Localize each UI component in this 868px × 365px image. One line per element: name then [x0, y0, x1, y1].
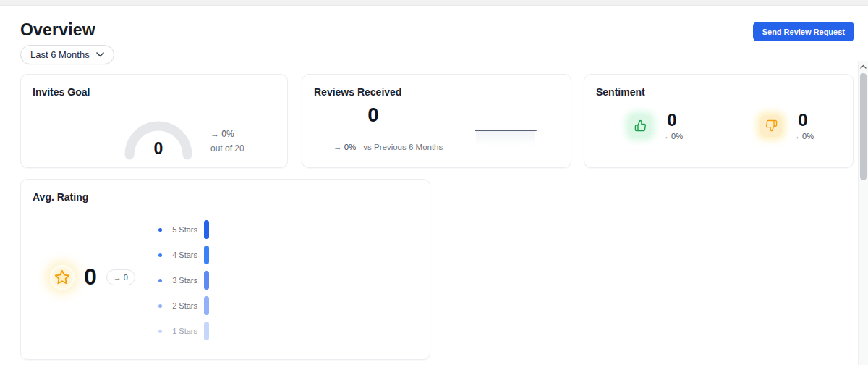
sentiment-positive-change: → 0% — [661, 132, 683, 140]
invites-goal-change: → 0% — [210, 129, 244, 139]
rating-bar — [204, 271, 209, 290]
legend-dot-icon — [158, 228, 162, 232]
rating-row-4-stars: 4 Stars — [158, 246, 209, 264]
chevron-down-icon — [96, 52, 104, 57]
sentiment-positive-value: 0 — [667, 111, 676, 130]
avg-rating-change-badge: → 0 — [106, 269, 135, 285]
rating-breakdown-chart: 5 Stars 4 Stars 3 Stars 2 Stars 1 Stars — [158, 220, 209, 347]
invites-goal-target: out of 20 — [210, 143, 244, 154]
legend-dot-icon — [158, 253, 162, 257]
rating-label: 3 Stars — [167, 276, 197, 285]
rating-label: 1 Stars — [167, 327, 197, 335]
send-review-request-button[interactable]: Send Review Request — [753, 22, 854, 41]
legend-dot-icon — [158, 279, 162, 282]
top-strip — [0, 0, 868, 6]
reviews-sparkline-chart — [475, 130, 537, 146]
rating-bar — [204, 246, 209, 264]
invites-goal-gauge: 0 — [122, 117, 195, 160]
legend-dot-icon — [158, 304, 162, 308]
avg-rating-card: Avg. Rating 0 → 0 5 Stars 4 Stars — [20, 179, 430, 360]
sentiment-negative-group: 0 → 0% — [760, 111, 814, 140]
date-range-filter[interactable]: Last 6 Months — [20, 45, 114, 64]
sentiment-positive-stats: 0 → 0% — [661, 111, 683, 140]
rating-bar — [204, 220, 209, 239]
scroll-up-button[interactable] — [859, 61, 868, 72]
sentiment-negative-stats: 0 → 0% — [792, 111, 814, 140]
legend-dot-icon — [158, 330, 162, 333]
sentiment-title: Sentiment — [596, 86, 645, 98]
thumbs-up-icon — [629, 115, 651, 137]
sentiment-positive-group: 0 → 0% — [629, 111, 683, 140]
rating-row-5-stars: 5 Stars — [158, 220, 209, 239]
chevron-up-icon — [860, 64, 867, 69]
overview-page: Overview Last 6 Months Send Review Reque… — [0, 0, 868, 365]
reviews-received-card: Reviews Received 0 → 0% vs Previous 6 Mo… — [302, 74, 571, 168]
avg-rating-value: 0 — [84, 264, 97, 290]
avg-rating-stat: 0 → 0 — [50, 264, 135, 290]
rating-row-3-stars: 3 Stars — [158, 271, 209, 290]
sentiment-card: Sentiment 0 → 0% 0 → 0% — [584, 74, 854, 168]
sparkline-fill — [476, 131, 535, 146]
invites-goal-value: 0 — [122, 139, 195, 159]
sentiment-negative-change: → 0% — [792, 132, 814, 140]
rating-bar — [204, 322, 209, 340]
reviews-received-change: → 0% — [333, 143, 356, 151]
avg-rating-title: Avg. Rating — [33, 191, 88, 203]
invites-goal-title: Invites Goal — [33, 86, 90, 98]
reviews-received-comparison: vs Previous 6 Months — [363, 143, 443, 151]
reviews-received-meta: → 0% vs Previous 6 Months — [333, 143, 443, 151]
invites-goal-card: Invites Goal 0 → 0% out of 20 — [20, 74, 288, 168]
scrollbar-thumb[interactable] — [860, 73, 867, 180]
rating-label: 5 Stars — [167, 225, 197, 234]
rating-row-1-stars: 1 Stars — [158, 322, 209, 340]
rating-label: 4 Stars — [167, 251, 197, 259]
reviews-received-value: 0 — [333, 104, 413, 127]
rating-bar — [204, 296, 209, 315]
rating-row-2-stars: 2 Stars — [158, 296, 209, 315]
invites-goal-meta: → 0% out of 20 — [210, 129, 244, 154]
sentiment-negative-value: 0 — [798, 111, 807, 130]
page-title: Overview — [20, 20, 95, 40]
rating-label: 2 Stars — [167, 301, 197, 310]
thumbs-down-icon — [760, 115, 782, 137]
reviews-received-title: Reviews Received — [314, 86, 401, 98]
date-range-filter-label: Last 6 Months — [30, 49, 90, 60]
star-icon — [50, 265, 75, 290]
vertical-scrollbar[interactable] — [858, 61, 868, 365]
